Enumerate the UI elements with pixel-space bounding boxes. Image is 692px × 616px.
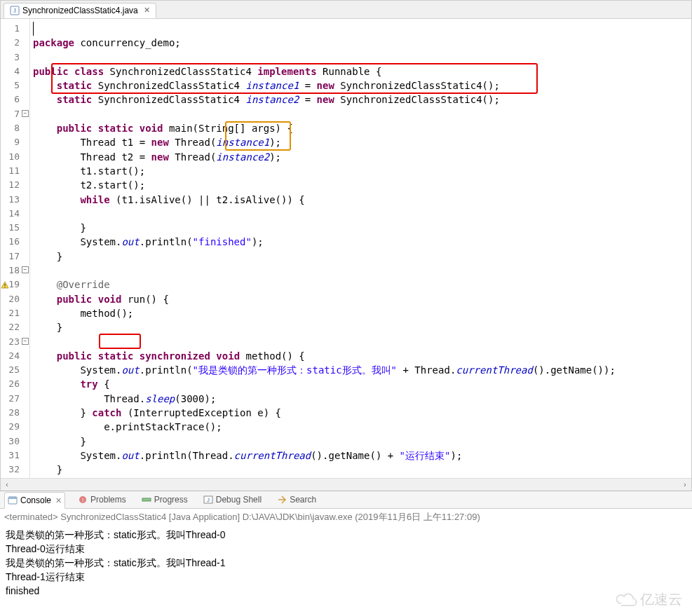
line-number: 9 xyxy=(1,135,29,149)
text-cursor xyxy=(33,22,34,36)
editor-tab-bar: J SynchronizedClassStatic4.java ✕ xyxy=(1,1,691,19)
progress-icon xyxy=(142,495,151,505)
view-tab-label: Debug Shell xyxy=(216,495,262,505)
console-process-header: <terminated> SynchronizedClassStatic4 [J… xyxy=(0,509,692,525)
view-tab-label: Problems xyxy=(90,495,126,505)
view-tab-label: Search xyxy=(290,495,316,505)
line-number: 26 xyxy=(1,377,29,391)
line-number-gutter: 1234567−89101112131415161718−1920212223−… xyxy=(1,19,30,478)
console-line: Thread-0运行结束 xyxy=(6,542,686,556)
line-number: 11 xyxy=(1,164,29,178)
svg-text:J: J xyxy=(13,7,16,14)
svg-rect-3 xyxy=(4,287,5,287)
line-number: 17 xyxy=(1,249,29,263)
view-tab-problems[interactable]: ! Problems xyxy=(75,492,129,507)
debug-shell-icon: J xyxy=(203,495,213,505)
problems-icon: ! xyxy=(78,495,88,505)
fold-icon[interactable]: − xyxy=(22,338,29,345)
line-number: 18− xyxy=(1,263,29,278)
svg-text:J: J xyxy=(207,497,210,503)
line-number: 22 xyxy=(1,320,29,334)
line-number: 4 xyxy=(1,64,29,78)
horizontal-scrollbar[interactable]: ‹ › xyxy=(1,478,691,491)
line-number: 27 xyxy=(1,392,29,406)
warning-icon xyxy=(1,280,9,288)
line-number: 31 xyxy=(1,449,29,463)
line-number: 15 xyxy=(1,221,29,235)
line-number: 10 xyxy=(1,150,29,164)
line-number: 16 xyxy=(1,235,29,249)
editor-tab-label: SynchronizedClassStatic4.java xyxy=(22,6,138,15)
console-icon xyxy=(8,495,18,505)
java-file-icon: J xyxy=(10,6,20,15)
line-number: 6 xyxy=(1,93,29,107)
svg-rect-8 xyxy=(142,498,151,501)
console-line: 我是类锁的第一种形式：static形式。我叫Thread-0 xyxy=(6,528,686,542)
line-number: 8 xyxy=(1,121,29,135)
view-tab-label: Progress xyxy=(154,495,188,505)
view-tab-search[interactable]: Search xyxy=(274,492,319,507)
view-tab-console[interactable]: Console ✕ xyxy=(4,492,65,509)
callout-static-keyword xyxy=(99,334,141,349)
line-number: 29 xyxy=(1,420,29,434)
line-number: 25 xyxy=(1,363,29,377)
line-number: 3 xyxy=(1,50,29,64)
console-output[interactable]: 我是类锁的第一种形式：static形式。我叫Thread-0 Thread-0运… xyxy=(0,525,692,601)
line-number: 21 xyxy=(1,306,29,320)
line-number: 20 xyxy=(1,292,29,306)
svg-rect-2 xyxy=(4,284,5,286)
line-number: 12 xyxy=(1,178,29,192)
svg-text:!: ! xyxy=(82,497,83,503)
console-line: Thread-1运行结束 xyxy=(6,570,686,584)
search-icon xyxy=(277,495,287,505)
line-number: 32 xyxy=(1,463,29,477)
fold-icon[interactable]: − xyxy=(22,266,29,273)
svg-rect-5 xyxy=(8,497,17,499)
line-number: 5 xyxy=(1,78,29,93)
close-icon[interactable]: ✕ xyxy=(144,6,150,15)
close-icon[interactable]: ✕ xyxy=(55,496,62,505)
view-tab-label: Console xyxy=(20,495,51,505)
views-tab-bar: Console ✕ ! Problems Progress J Debug Sh… xyxy=(0,491,692,509)
editor-tab-active[interactable]: J SynchronizedClassStatic4.java ✕ xyxy=(4,3,156,18)
line-number: 14 xyxy=(1,207,29,221)
code-area[interactable]: package concurrency_demo; public class S… xyxy=(30,19,691,478)
scroll-left-icon[interactable]: ‹ xyxy=(1,481,13,488)
line-number: 23− xyxy=(1,335,29,349)
fold-icon[interactable]: − xyxy=(22,110,29,117)
line-number: 13 xyxy=(1,193,29,207)
line-number: 7− xyxy=(1,107,29,121)
line-number: 30 xyxy=(1,434,29,449)
line-number: 2 xyxy=(1,36,29,50)
view-tab-debugshell[interactable]: J Debug Shell xyxy=(201,492,264,507)
view-tab-progress[interactable]: Progress xyxy=(139,492,191,507)
console-line: finished xyxy=(6,584,686,598)
code-wrapper: 1234567−89101112131415161718−1920212223−… xyxy=(1,19,691,478)
editor-area: J SynchronizedClassStatic4.java ✕ 123456… xyxy=(0,0,692,491)
scroll-right-icon[interactable]: › xyxy=(679,481,691,488)
line-number: 28 xyxy=(1,406,29,420)
line-number: 1 xyxy=(1,22,29,36)
console-line: 我是类锁的第一种形式：static形式。我叫Thread-1 xyxy=(6,556,686,570)
line-number: 19 xyxy=(1,278,29,292)
line-number: 24 xyxy=(1,349,29,363)
